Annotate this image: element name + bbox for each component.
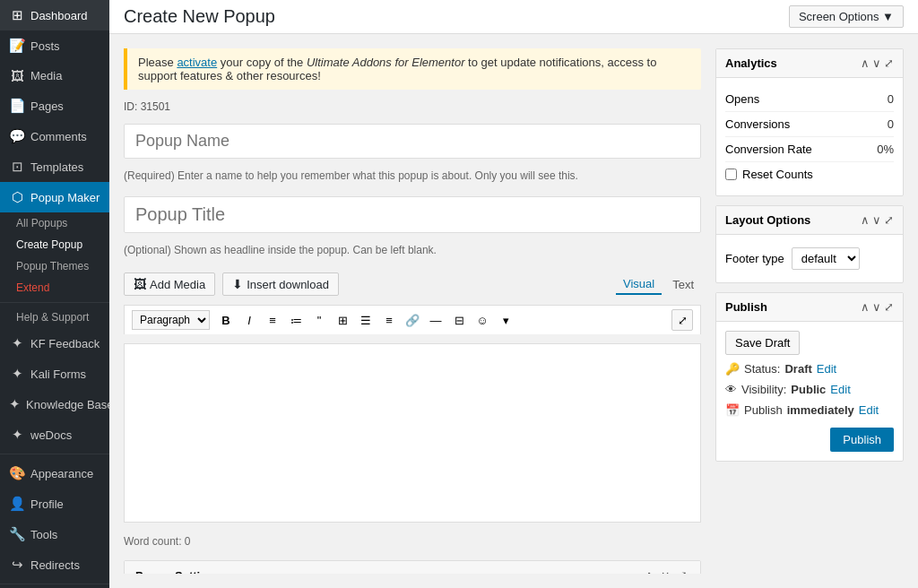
- sidebar-item-pages[interactable]: 📄 Pages: [0, 91, 109, 121]
- sidebar-item-posts[interactable]: 📝 Posts: [0, 30, 109, 61]
- popup-settings-icons: ∧ ∨ ⤢: [643, 568, 689, 574]
- bold-button[interactable]: B: [215, 309, 237, 331]
- analytics-opens-label: Opens: [725, 92, 759, 106]
- popup-title-hint: (Optional) Shown as headline inside the …: [124, 244, 701, 256]
- tab-visual[interactable]: Visual: [616, 274, 662, 295]
- unordered-list-button[interactable]: ≡: [262, 309, 283, 331]
- sidebar-item-knowledge-base[interactable]: ✦ Knowledge Base: [0, 389, 109, 419]
- visibility-value: Public: [791, 383, 826, 396]
- popup-id-label: ID: 31501: [124, 100, 701, 113]
- publish-up-icon[interactable]: ∧: [861, 300, 870, 314]
- sidebar-item-templates[interactable]: ⊡ Templates: [0, 151, 109, 182]
- kf-feedback-icon: ✦: [9, 335, 25, 351]
- popup-settings-expand-icon[interactable]: ⤢: [675, 568, 689, 574]
- editor-toolbar: 🖼 Add Media ⬇ Insert download Visual Tex…: [124, 272, 701, 296]
- ordered-list-button[interactable]: ≔: [285, 309, 307, 331]
- sidebar-item-comments[interactable]: 💬 Comments: [0, 121, 109, 151]
- save-draft-button[interactable]: Save Draft: [725, 331, 800, 355]
- sidebar-sub-popup-themes[interactable]: Popup Themes: [0, 255, 109, 277]
- analytics-opens-row: Opens 0: [725, 87, 894, 112]
- analytics-up-icon[interactable]: ∧: [861, 56, 870, 70]
- popup-title-input[interactable]: [124, 196, 701, 233]
- analytics-expand-icon[interactable]: ⤢: [884, 56, 894, 70]
- link-button[interactable]: 🔗: [402, 309, 423, 331]
- sidebar-item-media[interactable]: 🖼 Media: [0, 61, 109, 91]
- popup-settings-box: Popup Settings ∧ ∨ ⤢ Triggers: [124, 560, 701, 574]
- publish-body: Save Draft 🔑 Status: Draft Edit 👁 Visibi…: [716, 322, 903, 461]
- publish-button[interactable]: Publish: [830, 428, 894, 452]
- add-media-button[interactable]: 🖼 Add Media: [124, 272, 215, 296]
- popup-settings-title: Popup Settings: [135, 569, 221, 575]
- redirects-icon: ↪: [9, 557, 25, 573]
- sidebar-item-kali-forms[interactable]: ✦ Kali Forms: [0, 359, 109, 389]
- content-area: Please activate your copy of the Ultimat…: [109, 34, 918, 588]
- knowledge-base-icon: ✦: [9, 396, 21, 412]
- status-row: 🔑 Status: Draft Edit: [725, 362, 894, 376]
- posts-icon: 📝: [9, 38, 25, 54]
- sidebar-item-redirects[interactable]: ↪ Redirects: [0, 549, 109, 580]
- notice-bar: Please activate your copy of the Ultimat…: [124, 48, 701, 90]
- sidebar-item-wedocs[interactable]: ✦ weDocs: [0, 419, 109, 450]
- reset-counts-checkbox[interactable]: [725, 169, 737, 180]
- popup-settings-down-icon[interactable]: ∨: [659, 568, 671, 574]
- status-edit-link[interactable]: Edit: [817, 362, 836, 376]
- activate-link[interactable]: activate: [177, 56, 217, 69]
- blockquote-button[interactable]: ": [308, 309, 330, 331]
- sidebar-item-profile[interactable]: 👤 Profile: [0, 489, 109, 519]
- analytics-down-icon[interactable]: ∨: [872, 56, 881, 70]
- sidebar: ⊞ Dashboard 📝 Posts 🖼 Media 📄 Pages 💬 Co…: [0, 0, 109, 588]
- screen-options-button[interactable]: Screen Options ▼: [789, 5, 904, 28]
- publish-header: Publish ∧ ∨ ⤢: [716, 293, 903, 322]
- horizontal-rule-button[interactable]: —: [425, 309, 446, 331]
- publish-time-edit-link[interactable]: Edit: [859, 403, 879, 417]
- align-center-button[interactable]: ☰: [355, 309, 377, 331]
- paragraph-select[interactable]: Paragraph: [132, 310, 210, 330]
- expand-editor-button[interactable]: ⤢: [671, 309, 693, 331]
- toolbar-left: 🖼 Add Media ⬇ Insert download: [124, 272, 339, 296]
- align-left-button[interactable]: ⊞: [332, 309, 353, 331]
- footer-type-select[interactable]: default custom none: [792, 247, 860, 270]
- visibility-edit-link[interactable]: Edit: [830, 383, 850, 396]
- publish-expand-icon[interactable]: ⤢: [884, 300, 894, 314]
- sidebar-sub-create-popup[interactable]: Create Popup: [0, 234, 109, 255]
- sidebar-item-tools[interactable]: 🔧 Tools: [0, 519, 109, 549]
- analytics-body: Opens 0 Conversions 0 Conversion Rate 0%…: [716, 78, 903, 195]
- sidebar-item-popup-maker[interactable]: ⬡ Popup Maker: [0, 182, 109, 212]
- right-sidebar: Analytics ∧ ∨ ⤢ Opens 0 Conversions 0: [715, 48, 904, 574]
- publish-panel: Publish ∧ ∨ ⤢ Save Draft 🔑 Status: Draft…: [715, 292, 904, 462]
- add-media-icon: 🖼: [134, 277, 146, 291]
- topbar: Create New Popup Screen Options ▼: [109, 0, 918, 34]
- page-title: Create New Popup: [124, 6, 275, 27]
- sidebar-item-help-support[interactable]: Help & Support: [0, 307, 109, 328]
- sidebar-item-appearance[interactable]: 🎨 Appearance: [0, 458, 109, 489]
- table-button[interactable]: ⊟: [448, 309, 470, 331]
- sidebar-divider-1: [0, 302, 109, 303]
- publish-down-icon[interactable]: ∨: [872, 300, 881, 314]
- more-button[interactable]: ▾: [495, 309, 516, 331]
- popup-settings-up-icon[interactable]: ∧: [643, 568, 655, 574]
- analytics-header-icons: ∧ ∨ ⤢: [861, 56, 894, 70]
- tab-text[interactable]: Text: [665, 274, 701, 295]
- publish-title: Publish: [725, 300, 767, 314]
- visibility-row: 👁 Visibility: Public Edit: [725, 383, 894, 396]
- emoji-button[interactable]: ☺: [472, 309, 493, 331]
- italic-button[interactable]: I: [238, 309, 260, 331]
- analytics-panel: Analytics ∧ ∨ ⤢ Opens 0 Conversions 0: [715, 48, 904, 196]
- insert-download-button[interactable]: ⬇ Insert download: [222, 272, 339, 296]
- popup-name-input[interactable]: [124, 124, 701, 159]
- sidebar-sub-extend[interactable]: Extend: [0, 277, 109, 298]
- layout-up-icon[interactable]: ∧: [861, 213, 870, 227]
- sidebar-item-dashboard[interactable]: ⊞ Dashboard: [0, 0, 109, 30]
- sidebar-item-kf-feedback[interactable]: ✦ KF Feedback: [0, 328, 109, 359]
- layout-options-header-icons: ∧ ∨ ⤢: [861, 213, 894, 227]
- appearance-icon: 🎨: [9, 465, 25, 481]
- notice-text-before: Please: [138, 56, 177, 69]
- sidebar-sub-all-popups[interactable]: All Popups: [0, 212, 109, 234]
- layout-down-icon[interactable]: ∨: [872, 213, 881, 227]
- publish-time-row: 📅 Publish immediately Edit: [725, 403, 894, 417]
- visibility-label: Visibility:: [741, 383, 786, 396]
- editor-body[interactable]: [124, 343, 701, 523]
- align-right-button[interactable]: ≡: [378, 309, 400, 331]
- layout-options-header: Layout Options ∧ ∨ ⤢: [716, 206, 903, 235]
- layout-expand-icon[interactable]: ⤢: [884, 213, 894, 227]
